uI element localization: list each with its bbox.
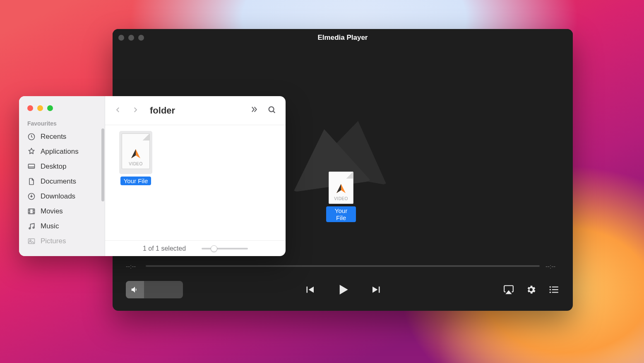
- time-remaining: --:--: [545, 263, 560, 270]
- svg-point-14: [269, 106, 274, 111]
- close-button[interactable]: [118, 35, 124, 41]
- sidebar-scrollbar[interactable]: [101, 128, 104, 201]
- svg-rect-3: [552, 286, 558, 287]
- sidebar-item-desktop[interactable]: Desktop: [19, 159, 105, 174]
- sidebar-item-pictures[interactable]: Pictures: [19, 234, 105, 249]
- dragged-file-label: Your File: [326, 206, 356, 222]
- finder-minimize-button[interactable]: [37, 105, 43, 111]
- airplay-button[interactable]: [503, 284, 514, 295]
- finder-toolbar: folder: [105, 96, 286, 125]
- svg-rect-5: [552, 292, 558, 293]
- minimize-button[interactable]: [128, 35, 134, 41]
- svg-point-2: [550, 292, 551, 293]
- folder-title: folder: [150, 105, 249, 116]
- svg-point-11: [33, 227, 34, 228]
- search-button[interactable]: [267, 105, 276, 116]
- sidebar-item-music[interactable]: Music: [19, 219, 105, 234]
- volume-control[interactable]: [126, 281, 183, 298]
- selection-status: 1 of 1 selected: [143, 245, 186, 252]
- player-titlebar[interactable]: Elmedia Player: [113, 29, 573, 46]
- finder-close-button[interactable]: [27, 105, 33, 111]
- svg-point-10: [29, 227, 30, 229]
- sidebar-item-movies[interactable]: Movies: [19, 204, 105, 219]
- play-button[interactable]: [335, 281, 351, 298]
- desktop-icon: [27, 162, 36, 171]
- playlist-button[interactable]: [548, 284, 560, 295]
- volume-icon: [130, 285, 139, 294]
- sidebar-item-applications[interactable]: Applications: [19, 144, 105, 159]
- finder-statusbar: 1 of 1 selected: [105, 240, 286, 256]
- sidebar-item-recents[interactable]: Recents: [19, 129, 105, 144]
- next-button[interactable]: [370, 283, 383, 296]
- document-icon: [27, 177, 36, 186]
- zoom-slider[interactable]: [202, 248, 248, 249]
- zoom-knob[interactable]: [211, 245, 217, 252]
- finder-sidebar: Favourites Recents Applications Desktop …: [19, 96, 105, 256]
- more-button[interactable]: [249, 105, 258, 116]
- forward-button[interactable]: [132, 105, 139, 116]
- favourites-label: Favourites: [19, 119, 105, 129]
- player-controls: --:-- --:--: [113, 261, 573, 311]
- video-file-icon: VIDEO: [329, 172, 353, 204]
- previous-button[interactable]: [303, 283, 316, 296]
- apps-icon: [27, 148, 36, 156]
- finder-maximize-button[interactable]: [47, 105, 53, 111]
- progress-bar[interactable]: [146, 265, 540, 267]
- svg-rect-9: [29, 209, 35, 214]
- time-elapsed: --:--: [126, 263, 140, 270]
- maximize-button[interactable]: [138, 35, 144, 41]
- settings-button[interactable]: [526, 284, 536, 295]
- back-button[interactable]: [114, 105, 122, 116]
- sidebar-item-downloads[interactable]: Downloads: [19, 189, 105, 204]
- video-file-icon: VIDEO: [122, 133, 150, 169]
- sidebar-item-documents[interactable]: Documents: [19, 174, 105, 189]
- clock-icon: [27, 133, 36, 141]
- downloads-icon: [27, 192, 36, 201]
- dragged-file[interactable]: VIDEO Your File: [326, 172, 356, 222]
- music-icon: [27, 222, 36, 230]
- svg-rect-7: [29, 164, 35, 168]
- pictures-icon: [27, 237, 36, 245]
- svg-point-0: [550, 286, 551, 288]
- file-tile[interactable]: VIDEO Your File: [115, 131, 156, 235]
- finder-window: Favourites Recents Applications Desktop …: [19, 96, 286, 256]
- svg-rect-4: [552, 289, 558, 290]
- file-label: Your File: [120, 177, 151, 185]
- movies-icon: [27, 207, 36, 215]
- svg-point-1: [550, 289, 551, 290]
- player-title: Elmedia Player: [113, 34, 573, 42]
- finder-body[interactable]: VIDEO Your File: [105, 125, 286, 240]
